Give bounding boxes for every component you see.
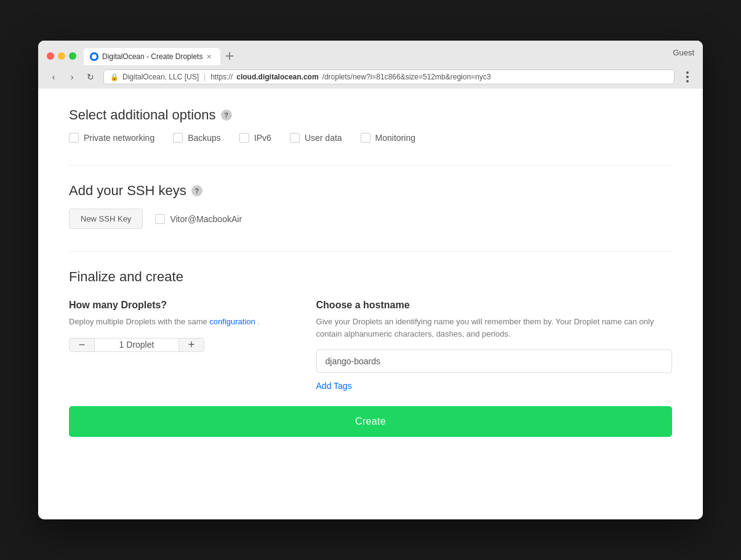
browser-window: DigitalOcean - Create Droplets ✕ Guest ‹… (38, 41, 703, 519)
menu-dot-2 (686, 76, 689, 78)
url-separator: | (204, 73, 206, 81)
option-ipv6[interactable]: IPv6 (239, 133, 271, 143)
url-protocol: https:// (210, 73, 233, 81)
hostname-input[interactable] (316, 350, 672, 373)
droplets-desc-text: Deploy multiple Droplets with the same (69, 317, 207, 326)
label-backups: Backups (188, 133, 221, 143)
menu-dot-3 (686, 80, 689, 82)
additional-options-help[interactable]: ? (221, 110, 232, 121)
browser-menu-button[interactable] (679, 69, 695, 85)
reload-button[interactable]: ↻ (82, 69, 98, 85)
lock-icon: 🔒 (110, 73, 119, 81)
checkbox-user-data[interactable] (290, 133, 300, 143)
close-button[interactable] (47, 52, 54, 60)
hostname-col-title: Choose a hostname (316, 300, 672, 311)
option-backups[interactable]: Backups (173, 133, 221, 143)
divider-1 (69, 165, 672, 166)
browser-chrome: DigitalOcean - Create Droplets ✕ Guest ‹… (38, 41, 703, 89)
droplets-col-title: How many Droplets? (69, 300, 292, 311)
tab-title: DigitalOcean - Create Droplets (102, 52, 202, 61)
minimize-button[interactable] (58, 52, 65, 60)
maximize-button[interactable] (69, 52, 76, 60)
page-content: Select additional options ? Private netw… (38, 89, 703, 519)
additional-options-section: Select additional options ? Private netw… (69, 107, 672, 143)
browser-titlebar: DigitalOcean - Create Droplets ✕ Guest (38, 41, 703, 65)
guest-label: Guest (673, 48, 694, 57)
tab-favicon (90, 52, 98, 61)
forward-button[interactable]: › (64, 69, 80, 85)
tab-close-button[interactable]: ✕ (206, 53, 212, 61)
create-button[interactable]: Create (69, 406, 672, 437)
traffic-lights (47, 52, 76, 60)
droplets-column: How many Droplets? Deploy multiple Dropl… (69, 300, 292, 352)
droplets-desc-period: . (257, 317, 260, 326)
droplet-counter: − 1 Droplet + (69, 338, 204, 352)
ssh-keys-title: Add your SSH keys ? (69, 183, 672, 199)
divider-2 (69, 251, 672, 252)
checkbox-ipv6[interactable] (239, 133, 249, 143)
browser-toolbar: ‹ › ↻ 🔒 DigitalOcean, LLC [US] | https:/… (38, 65, 703, 89)
decrease-droplets-button[interactable]: − (70, 338, 94, 351)
finalize-grid: How many Droplets? Deploy multiple Dropl… (69, 300, 672, 391)
hostname-column: Choose a hostname Give your Droplets an … (316, 300, 672, 391)
option-user-data[interactable]: User data (290, 133, 342, 143)
label-user-data: User data (305, 133, 342, 143)
droplet-count: 1 (119, 340, 124, 350)
droplet-count-display: 1 Droplet (94, 338, 179, 351)
checkbox-backups[interactable] (173, 133, 183, 143)
add-tags-link[interactable]: Add Tags (316, 381, 352, 391)
finalize-section: Finalize and create How many Droplets? D… (69, 269, 672, 437)
tab-bar: DigitalOcean - Create Droplets ✕ (84, 47, 694, 65)
site-info: DigitalOcean, LLC [US] (122, 73, 199, 81)
droplet-unit: Droplet (126, 340, 154, 350)
active-tab[interactable]: DigitalOcean - Create Droplets ✕ (84, 48, 220, 65)
url-path: /droplets/new?i=81c866&size=512mb&region… (322, 73, 491, 81)
option-monitoring[interactable]: Monitoring (361, 133, 415, 143)
configuration-link[interactable]: configuration (209, 317, 255, 326)
back-button[interactable]: ‹ (46, 69, 62, 85)
checkbox-monitoring[interactable] (361, 133, 370, 143)
url-domain: cloud.digitalocean.com (236, 73, 318, 81)
increase-droplets-button[interactable]: + (179, 338, 204, 351)
ssh-key-existing[interactable]: Vitor@MacbookAir (155, 214, 242, 224)
label-vitor-macbookair: Vitor@MacbookAir (170, 214, 242, 224)
checkbox-private-networking[interactable] (69, 133, 79, 143)
finalize-title: Finalize and create (69, 269, 672, 285)
svg-rect-1 (226, 55, 233, 57)
nav-buttons: ‹ › ↻ (46, 69, 98, 85)
checkbox-vitor-macbookair[interactable] (155, 214, 165, 224)
create-section: Create (69, 406, 672, 437)
ssh-keys-help[interactable]: ? (191, 185, 202, 196)
ssh-keys-section: Add your SSH keys ? New SSH Key Vitor@Ma… (69, 183, 672, 229)
ssh-row: New SSH Key Vitor@MacbookAir (69, 209, 672, 229)
droplets-col-desc: Deploy multiple Droplets with the same c… (69, 316, 292, 328)
label-ipv6: IPv6 (254, 133, 271, 143)
additional-options-title: Select additional options ? (69, 107, 672, 123)
new-tab-button[interactable] (220, 47, 239, 65)
label-monitoring: Monitoring (375, 133, 415, 143)
option-private-networking[interactable]: Private networking (69, 133, 154, 143)
label-private-networking: Private networking (84, 133, 154, 143)
menu-dot-1 (686, 71, 689, 74)
options-row: Private networking Backups IPv6 User dat… (69, 133, 672, 143)
hostname-col-desc: Give your Droplets an identifying name y… (316, 316, 672, 340)
new-ssh-key-button[interactable]: New SSH Key (69, 209, 143, 229)
address-bar[interactable]: 🔒 DigitalOcean, LLC [US] | https://cloud… (103, 70, 675, 84)
